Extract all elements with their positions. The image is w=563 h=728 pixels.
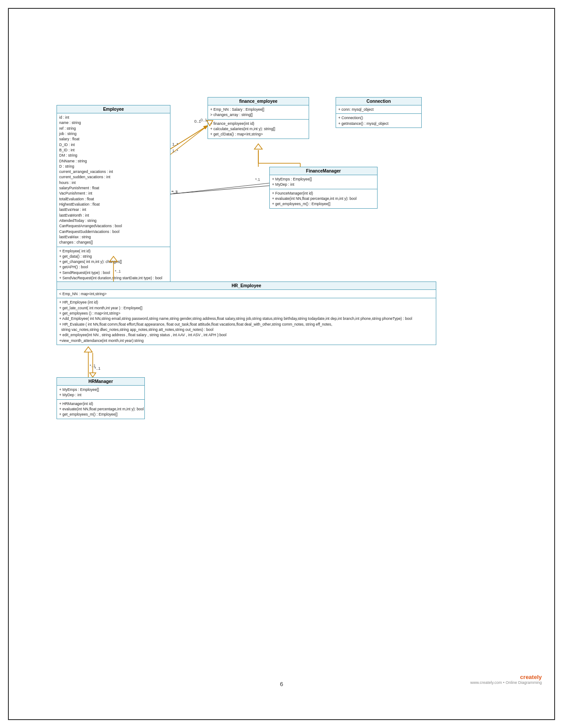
emp-method-5: + SendVacRequest(int duration,string sta… xyxy=(59,275,168,281)
emp-attr-13: salaryPunishment : float xyxy=(59,185,168,191)
svg-line-0 xyxy=(169,126,208,150)
creately-brand: creately xyxy=(470,674,542,680)
emp-attr-15: totalEvaluation : float xyxy=(59,196,168,202)
finance-employee-attributes: + Emp_NN : Salary : Employee[] > changes… xyxy=(208,105,309,120)
svg-marker-28 xyxy=(84,347,92,352)
svg-marker-23 xyxy=(254,144,262,149)
svg-text:1..*: 1..* xyxy=(172,149,178,153)
emp-attr-0: id : int xyxy=(59,115,168,120)
hrm-attr-1: + MyDep : int xyxy=(59,392,142,398)
fm-method-0: + FounceManager(int id) xyxy=(272,191,375,196)
connection-attributes: + conn: mysql_object xyxy=(336,105,421,114)
svg-text:0..1: 0..1 xyxy=(194,119,201,124)
hre-method-4b: string vac_notes,string dlwc_notes,strin… xyxy=(59,327,434,332)
connection-title: Connection xyxy=(336,98,421,105)
hr-manager-title: HRManager xyxy=(57,378,144,386)
fm-method-2: + get_employees_m() : Employee[] xyxy=(272,201,375,206)
hr-employee-title: HR_Employee xyxy=(57,282,436,290)
emp-attr-10: current_arranged_vacations : int xyxy=(59,169,168,174)
hre-method-3: + Add_Employee( int NN,string email,stri… xyxy=(59,316,434,321)
finance-employee-class: finance_employee + Emp_NN : Salary : Emp… xyxy=(208,97,309,139)
hr-manager-class: HRManager + MyEmps : Employee[] + MyDep … xyxy=(57,377,145,419)
fe-method-1: + calculate_salaries(int m,int y): strin… xyxy=(210,126,306,131)
svg-text:*..1: *..1 xyxy=(94,366,101,371)
employee-attributes: id : int name : string ref : string job … xyxy=(57,113,170,247)
emp-attr-11: current_sudden_vacations : int xyxy=(59,174,168,180)
emp-attr-21: CanRequestSuddenVacations : bool xyxy=(59,229,168,234)
svg-text:*..1: *..1 xyxy=(172,190,178,194)
fm-method-1: + evaluate(int NN,float percentage,int m… xyxy=(272,196,375,201)
hre-method-2: + get_employees () : map<int,string> xyxy=(59,311,434,316)
employee-title: Employee xyxy=(57,105,170,113)
employee-class: Employee id : int name : string ref : st… xyxy=(57,105,170,304)
svg-line-19 xyxy=(170,183,269,194)
finance-manager-methods: + FounceManager(int id) + evaluate(int N… xyxy=(270,189,377,208)
emp-attr-20: CanRequestArrangedVacations : bool xyxy=(59,223,168,229)
hrm-attr-0: + MyEmps : Employee[] xyxy=(59,387,142,392)
emp-attr-18: lastEvaMonth : int xyxy=(59,213,168,218)
finance-manager-title: FinanceManager xyxy=(270,167,377,175)
conn-method-0: + Connection() xyxy=(338,115,419,120)
fe-method-2: + get_clData() : map<int,string> xyxy=(210,131,306,137)
emp-attr-17: lastEvaYear : int xyxy=(59,207,168,212)
emp-attr-23: changes : changes[] xyxy=(59,240,168,245)
connection-methods: + Connection() + getInstance() : mysql_o… xyxy=(336,114,421,128)
emp-method-4: + SendRequest(int type) : bool xyxy=(59,270,168,275)
emp-method-0: + Employee( int id) xyxy=(59,248,168,254)
fe-attr-1: > changes_array : string[] xyxy=(210,112,306,117)
fm-attr-1: + MyDep : int xyxy=(272,182,375,187)
emp-attr-3: job : string xyxy=(59,131,168,136)
hrm-method-2: + get_employees_m() : Employee[] xyxy=(59,412,142,417)
svg-text:1..*: 1..* xyxy=(172,142,178,146)
svg-line-15 xyxy=(170,126,208,154)
finance-employee-title: finance_employee xyxy=(208,98,309,105)
emp-method-3: + getAPH() : bool xyxy=(59,264,168,270)
emp-attr-1: name : string xyxy=(59,120,168,125)
hre-method-4: + HR_Evaluate ( int NN,float comm,float … xyxy=(59,322,434,327)
fm-attr-0: + MyEmps : Employee[] xyxy=(272,176,375,182)
creately-logo: creately www.creately.com • Online Diagr… xyxy=(470,674,542,685)
hr-employee-methods: + HR_Employee (int id) + get_late_count(… xyxy=(57,298,436,345)
emp-attr-5: D_ID : int xyxy=(59,142,168,147)
emp-attr-16: HighestEvaluation : float xyxy=(59,202,168,207)
hre-method-5: + edit_employee(int NN , string address … xyxy=(59,332,434,338)
hr-employee-attributes: < Emp_NN : map<int,string> xyxy=(57,290,436,298)
svg-text:*..1: *..1 xyxy=(171,190,178,194)
svg-text:0..1: 0..1 xyxy=(200,118,207,122)
page-number: 6 xyxy=(280,681,283,687)
svg-text:*..1: *..1 xyxy=(90,364,96,368)
hre-method-0: + HR_Employee (int id) xyxy=(59,300,434,305)
hre-method-1: + get_late_count( int month,int year ) :… xyxy=(59,305,434,311)
hrm-method-1: + evaluate(int NN,float percentage,int m… xyxy=(59,406,142,412)
hrm-method-0: + HRManager(int id) xyxy=(59,401,142,406)
svg-text:*.1: *.1 xyxy=(255,177,260,182)
emp-attr-6: B_ID : int xyxy=(59,147,168,153)
diagram-area: 1..* 0..1 *..1 *.1 *..1 *..1 xyxy=(9,9,554,693)
connection-class: Connection + conn: mysql_object + Connec… xyxy=(336,97,422,128)
hr-manager-methods: + HRManager(int id) + evaluate(int NN,fl… xyxy=(57,400,144,419)
conn-attr-0: + conn: mysql_object xyxy=(338,107,419,112)
hre-method-6: +view_month_attendance(int month,int yea… xyxy=(59,338,434,343)
emp-attr-4: salary : float xyxy=(59,136,168,142)
creately-sub: www.creately.com • Online Diagramming xyxy=(470,680,542,685)
finance-employee-methods: + finance_employee(int id) + calculate_s… xyxy=(208,120,309,139)
emp-attr-12: hours : int xyxy=(59,180,168,185)
fe-method-0: + finance_employee(int id) xyxy=(210,121,306,126)
finance-manager-attributes: + MyEmps : Employee[] + MyDep : int xyxy=(270,175,377,189)
fe-attr-0: + Emp_NN : Salary : Employee[] xyxy=(210,107,306,112)
emp-attr-8: DNName : string xyxy=(59,158,168,164)
emp-method-2: + get_changes( int m,int y): changes[] xyxy=(59,259,168,264)
emp-attr-7: DM : string xyxy=(59,153,168,158)
emp-attr-2: ref : string xyxy=(59,126,168,131)
page-border: 1..* 0..1 *..1 *.1 *..1 *..1 xyxy=(8,8,555,720)
emp-attr-9: D : string xyxy=(59,164,168,169)
hr-manager-attributes: + MyEmps : Employee[] + MyDep : int xyxy=(57,386,144,400)
finance-manager-class: FinanceManager + MyEmps : Employee[] + M… xyxy=(269,167,378,209)
hr-employee-class: HR_Employee < Emp_NN : map<int,string> +… xyxy=(57,281,436,345)
emp-attr-22: lastEvaMax : string xyxy=(59,234,168,240)
conn-method-1: + getInstance() : mysql_object xyxy=(338,121,419,126)
hre-attr-0: < Emp_NN : map<int,string> xyxy=(59,291,434,296)
svg-marker-13 xyxy=(90,373,96,377)
emp-method-1: + get_data() : string xyxy=(59,254,168,259)
emp-attr-14: VacPunishment : int xyxy=(59,191,168,196)
